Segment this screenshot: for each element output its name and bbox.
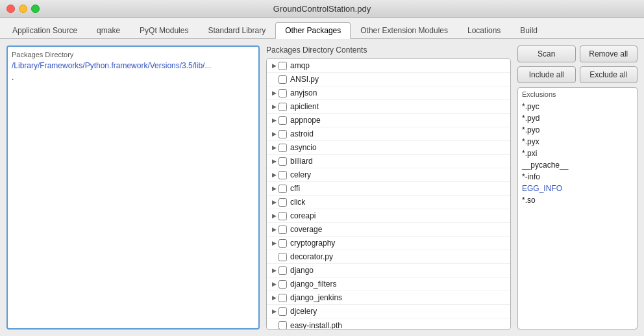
list-item: ▶apiclient bbox=[267, 100, 510, 114]
tab-other-ext[interactable]: Other Extension Modules bbox=[351, 21, 458, 38]
expand-arrow-icon[interactable]: ▶ bbox=[269, 198, 279, 207]
expand-arrow-icon[interactable]: ▶ bbox=[269, 102, 279, 111]
exclusion-item: *.pxi bbox=[522, 148, 633, 159]
window-title: GroundControlStation.pdy bbox=[273, 4, 371, 14]
list-item: ▶billiard bbox=[267, 155, 510, 168]
package-name: billiard bbox=[290, 157, 313, 166]
package-checkbox[interactable] bbox=[279, 321, 287, 330]
expand-arrow-icon[interactable]: ▶ bbox=[269, 307, 279, 316]
close-button[interactable] bbox=[6, 5, 15, 13]
packages-list[interactable]: ▶amqpANSI.py▶anyjson▶apiclient▶appnope▶a… bbox=[266, 58, 511, 330]
tab-qmake[interactable]: qmake bbox=[87, 21, 130, 38]
package-name: astroid bbox=[290, 129, 314, 138]
tab-other-packages[interactable]: Other Packages bbox=[275, 22, 351, 39]
list-item: ▶coreapi bbox=[267, 209, 510, 223]
expand-arrow-icon[interactable]: ▶ bbox=[269, 157, 279, 166]
package-name: coverage bbox=[290, 225, 322, 234]
expand-arrow-icon[interactable]: ▶ bbox=[269, 61, 279, 70]
list-item: ▶django_filters bbox=[267, 278, 510, 291]
package-checkbox[interactable] bbox=[279, 253, 287, 261]
exclusions-label: Exclusions bbox=[522, 90, 633, 98]
package-checkbox[interactable] bbox=[279, 144, 287, 152]
package-name: coreapi bbox=[290, 211, 316, 220]
package-checkbox[interactable] bbox=[279, 239, 287, 248]
tab-build[interactable]: Build bbox=[510, 21, 547, 38]
package-name: anyjson bbox=[290, 88, 317, 97]
package-checkbox[interactable] bbox=[279, 307, 287, 316]
expand-arrow-icon[interactable]: ▶ bbox=[269, 211, 279, 220]
scan-remove-row: Scan Remove all bbox=[517, 45, 638, 62]
list-item: ▶asyncio bbox=[267, 141, 510, 155]
exclusion-item: *.pyc bbox=[522, 101, 633, 112]
packages-directory-panel: Packages Directory /Library/Frameworks/P… bbox=[6, 45, 260, 330]
package-checkbox[interactable] bbox=[279, 89, 287, 97]
main-content: Packages Directory /Library/Frameworks/P… bbox=[0, 39, 644, 336]
tab-app-source[interactable]: Application Source bbox=[3, 21, 87, 38]
package-checkbox[interactable] bbox=[279, 103, 287, 111]
packages-panel: Packages Directory Contents ▶amqpANSI.py… bbox=[266, 45, 511, 330]
package-checkbox[interactable] bbox=[279, 226, 287, 234]
expand-arrow-icon[interactable]: ▶ bbox=[269, 293, 279, 302]
expand-arrow-icon[interactable]: ▶ bbox=[269, 184, 279, 193]
titlebar: GroundControlStation.pdy bbox=[0, 0, 644, 18]
list-item: ▶astroid bbox=[267, 127, 510, 141]
expand-arrow-icon[interactable]: ▶ bbox=[269, 279, 279, 289]
remove-all-button[interactable]: Remove all bbox=[580, 45, 638, 62]
package-name: django_filters bbox=[290, 279, 336, 289]
maximize-button[interactable] bbox=[31, 5, 40, 13]
expand-arrow-icon[interactable]: ▶ bbox=[269, 239, 279, 248]
exclusion-item: EGG_INFO bbox=[522, 183, 633, 194]
exclusion-item: *.pyd bbox=[522, 112, 633, 124]
expand-arrow-icon[interactable]: ▶ bbox=[269, 88, 279, 97]
expand-arrow-icon[interactable]: ▶ bbox=[269, 266, 279, 275]
package-name: djcelery bbox=[290, 307, 317, 316]
package-checkbox[interactable] bbox=[279, 62, 287, 70]
exclusions-box: Exclusions *.pyc*.pyd*.pyo*.pyx*.pxi__py… bbox=[517, 87, 638, 330]
package-name: cffi bbox=[290, 184, 300, 193]
tab-std-library[interactable]: Standard Library bbox=[198, 21, 275, 38]
window-controls bbox=[6, 5, 40, 13]
list-item: ▶cryptography bbox=[267, 237, 510, 250]
list-item: ▶amqp bbox=[267, 59, 510, 73]
list-item: ▶django bbox=[267, 264, 510, 278]
list-item: ▶django_jenkins bbox=[267, 291, 510, 305]
list-item: ▶celery bbox=[267, 168, 510, 182]
package-checkbox[interactable] bbox=[279, 185, 287, 193]
package-name: ANSI.py bbox=[290, 75, 319, 84]
exclusion-item: *.pyx bbox=[522, 136, 633, 148]
scan-button[interactable]: Scan bbox=[517, 45, 576, 62]
tab-locations[interactable]: Locations bbox=[458, 21, 510, 38]
include-all-button[interactable]: Include all bbox=[517, 66, 576, 83]
expand-arrow-icon[interactable]: ▶ bbox=[269, 225, 279, 234]
package-checkbox[interactable] bbox=[279, 294, 287, 302]
expand-arrow-icon[interactable]: ▶ bbox=[269, 170, 279, 179]
package-checkbox[interactable] bbox=[279, 266, 287, 275]
package-checkbox[interactable] bbox=[279, 198, 287, 207]
expand-arrow-icon[interactable]: ▶ bbox=[269, 129, 279, 138]
package-checkbox[interactable] bbox=[279, 171, 287, 179]
directory-dot: . bbox=[12, 73, 254, 82]
exclusion-item: *-info bbox=[522, 171, 633, 183]
include-exclude-row: Include all Exclude all bbox=[517, 66, 638, 83]
list-item: ▶coverage bbox=[267, 223, 510, 237]
package-checkbox[interactable] bbox=[279, 280, 287, 289]
expand-arrow-icon bbox=[269, 75, 279, 84]
tab-pyqt-modules[interactable]: PyQt Modules bbox=[130, 21, 198, 38]
package-checkbox[interactable] bbox=[279, 130, 287, 138]
package-checkbox[interactable] bbox=[279, 116, 287, 125]
expand-arrow-icon[interactable]: ▶ bbox=[269, 116, 279, 125]
exclude-all-button[interactable]: Exclude all bbox=[580, 66, 638, 83]
right-section: Packages Directory Contents ▶amqpANSI.py… bbox=[266, 45, 638, 330]
package-checkbox[interactable] bbox=[279, 212, 287, 220]
list-item: ▶djcelery bbox=[267, 305, 510, 318]
list-item: ▶anyjson bbox=[267, 86, 510, 100]
minimize-button[interactable] bbox=[19, 5, 27, 13]
package-name: easy-install.pth bbox=[290, 321, 342, 330]
expand-arrow-icon[interactable]: ▶ bbox=[269, 143, 279, 152]
package-checkbox[interactable] bbox=[279, 157, 287, 166]
list-item: ▶click bbox=[267, 196, 510, 209]
package-name: django_jenkins bbox=[290, 293, 342, 302]
package-checkbox[interactable] bbox=[279, 75, 287, 84]
package-name: amqp bbox=[290, 61, 310, 70]
package-name: click bbox=[290, 198, 305, 207]
